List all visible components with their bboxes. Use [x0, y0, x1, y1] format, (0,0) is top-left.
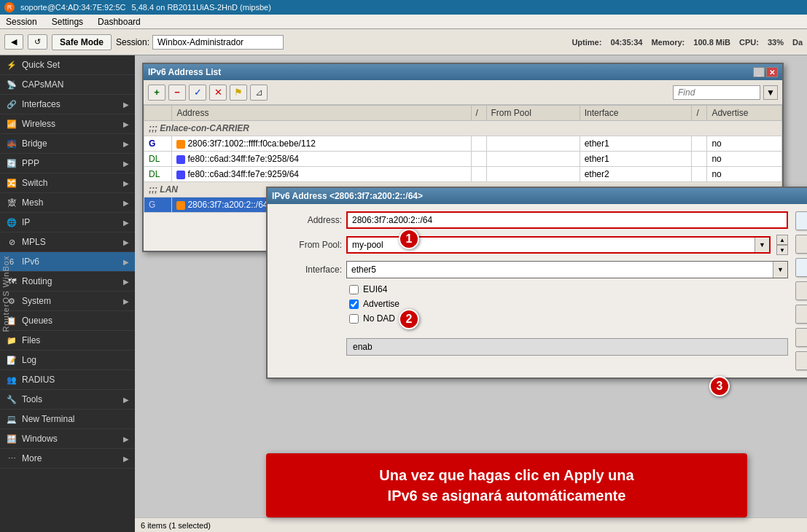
- sidebar-item-bridge[interactable]: 🌉 Bridge ▶: [0, 134, 135, 154]
- disable-address-button[interactable]: ✕: [209, 85, 227, 101]
- bridge-arrow: ▶: [123, 140, 129, 148]
- back-button[interactable]: ◀: [4, 34, 23, 50]
- address-label: Address:: [276, 215, 342, 225]
- sidebar-item-interfaces[interactable]: 🔗 Interfaces ▶: [0, 95, 135, 114]
- address-input[interactable]: [346, 211, 788, 229]
- uptime-label: Uptime:: [572, 38, 601, 47]
- sidebar-item-more[interactable]: ⋯ More ▶: [0, 449, 135, 469]
- ipv6-list-titlebar[interactable]: IPv6 Address List _ ✕: [144, 64, 782, 80]
- ipv6-list-toolbar: + − ✓ ✕ ⚑ ⊿ ▼: [144, 80, 782, 105]
- interface-input[interactable]: [347, 262, 773, 278]
- forward-button[interactable]: ↺: [28, 34, 47, 50]
- comment-button[interactable]: Comment: [795, 305, 807, 324]
- col-from-pool[interactable]: From Pool: [486, 106, 580, 121]
- find-dropdown-button[interactable]: ▼: [763, 85, 778, 100]
- dialog-body: Address: From Pool: ▼ ▲ ▼: [268, 204, 807, 378]
- add-address-button[interactable]: +: [148, 85, 165, 101]
- badge-1: 1: [399, 229, 419, 249]
- banner-line2: IPv6 se asignará automáticamente: [281, 485, 733, 506]
- sidebar-item-windows[interactable]: 🪟 Windows ▶: [0, 429, 135, 449]
- col-interface[interactable]: Interface: [580, 106, 692, 121]
- disable-button[interactable]: Disable: [795, 281, 807, 300]
- sidebar-item-log[interactable]: 📝 Log: [0, 351, 135, 370]
- sidebar-label-queues: Queues: [22, 316, 52, 326]
- table-row[interactable]: DL fe80::c6ad:34ff:fe7e:9259/64 ether2 n…: [144, 167, 782, 182]
- col-advertise[interactable]: Advertise: [707, 106, 782, 121]
- sidebar-label-routing: Routing: [22, 276, 52, 286]
- row-address: fe80::c6ad:34ff:fe7e:9258/64: [172, 152, 471, 167]
- from-pool-dropdown[interactable]: ▼: [755, 238, 769, 252]
- content-area: IPv6 Address List _ ✕ + − ✓ ✕ ⚑ ⊿ ▼: [135, 55, 807, 532]
- winbox-side-label: RouterOS WinBox: [1, 256, 10, 332]
- mesh-arrow: ▶: [123, 199, 129, 207]
- col-address[interactable]: Address: [172, 106, 471, 121]
- cpu-value: 33%: [768, 38, 784, 47]
- from-pool-up[interactable]: ▲: [776, 235, 788, 245]
- sidebar-item-capsman[interactable]: 📡 CAPsMAN: [0, 75, 135, 95]
- remove-button[interactable]: remove: [795, 351, 807, 370]
- sidebar-item-quick-set[interactable]: ⚡ Quick Set: [0, 55, 135, 75]
- from-pool-down[interactable]: ▼: [776, 245, 788, 255]
- toolbar-right: Uptime: 04:35:34 Memory: 100.8 MiB CPU: …: [572, 38, 803, 47]
- no-dad-checkbox[interactable]: [349, 314, 359, 324]
- copy-button[interactable]: Copy: [795, 328, 807, 347]
- sidebar-item-radius[interactable]: 👥 RADIUS: [0, 370, 135, 390]
- interface-dropdown[interactable]: ▼: [773, 262, 787, 278]
- advertise-label: Advertise: [363, 299, 399, 309]
- row-iface: ether1: [580, 152, 692, 167]
- row-advertise: no: [707, 152, 782, 167]
- sidebar-item-tools[interactable]: 🔧 Tools ▶: [0, 390, 135, 410]
- ipv6-list-close[interactable]: ✕: [766, 67, 778, 77]
- advertise-checkbox[interactable]: [349, 300, 359, 309]
- menu-dashboard[interactable]: Dashboard: [95, 16, 144, 28]
- menu-settings[interactable]: Settings: [49, 16, 86, 28]
- find-input[interactable]: [673, 85, 760, 100]
- session-input[interactable]: [152, 35, 284, 50]
- table-row[interactable]: G 2806:3f7:1002::ffff:f0ca:bebe/112 ethe…: [144, 136, 782, 152]
- filter-button[interactable]: ⊿: [250, 85, 268, 101]
- status-text: 6 items (1 selected): [141, 521, 211, 530]
- row-pool: [486, 152, 580, 167]
- from-pool-label: From Pool:: [276, 240, 342, 250]
- enable-address-button[interactable]: ✓: [189, 85, 206, 101]
- sidebar-item-system[interactable]: ⚙ System ▶: [0, 292, 135, 311]
- more-arrow: ▶: [123, 455, 129, 463]
- sidebar-label-more: More: [22, 453, 42, 463]
- enable-display: enab: [346, 338, 788, 356]
- sidebar-item-mesh[interactable]: 🕸 Mesh ▶: [0, 193, 135, 213]
- tools-icon: 🔧: [6, 394, 17, 405]
- sidebar-item-mpls[interactable]: ⊘ MPLS ▶: [0, 232, 135, 252]
- col-flag[interactable]: [144, 106, 172, 121]
- sidebar-item-ipv6[interactable]: 6 IPv6 ▶: [0, 252, 135, 272]
- apply-button[interactable]: Apply: [795, 258, 807, 277]
- ipv6-edit-titlebar[interactable]: IPv6 Address <2806:3f7:a200:2::/64> _ ✕: [268, 188, 807, 204]
- interface-label: Interface:: [276, 265, 342, 275]
- sidebar-item-queues[interactable]: 📋 Queues: [0, 311, 135, 331]
- sidebar-item-switch[interactable]: 🔀 Switch ▶: [0, 173, 135, 193]
- ok-button[interactable]: OK: [795, 211, 807, 230]
- sidebar-label-new-terminal: New Terminal: [22, 414, 74, 424]
- cancel-button[interactable]: Cancel: [795, 235, 807, 254]
- sidebar-item-routing[interactable]: 🗺 Routing ▶: [0, 272, 135, 292]
- flag-address-button[interactable]: ⚑: [230, 85, 247, 101]
- row-sep1: [471, 136, 486, 152]
- sidebar-item-files[interactable]: 📁 Files: [0, 331, 135, 351]
- menu-session[interactable]: Session: [3, 16, 40, 28]
- row-sep2: [692, 136, 707, 152]
- eui64-checkbox[interactable]: [349, 285, 359, 294]
- ipv6-list-minimize[interactable]: _: [753, 67, 765, 77]
- sidebar-item-wireless[interactable]: 📶 Wireless ▶: [0, 114, 135, 134]
- ip-icon: 🌐: [6, 216, 17, 228]
- windows-icon: 🪟: [6, 433, 17, 445]
- sidebar-item-ppp[interactable]: 🔄 PPP ▶: [0, 154, 135, 173]
- table-row[interactable]: DL fe80::c6ad:34ff:fe7e:9258/64 ether1 n…: [144, 152, 782, 167]
- safe-mode-button[interactable]: Safe Mode: [52, 34, 112, 50]
- sidebar-item-new-terminal[interactable]: 💻 New Terminal: [0, 410, 135, 429]
- remove-address-button[interactable]: −: [168, 85, 186, 101]
- badge-3: 3: [709, 376, 730, 396]
- sidebar-label-wireless: Wireless: [22, 119, 55, 129]
- log-icon: 📝: [6, 354, 17, 366]
- da-label: Da: [792, 38, 803, 47]
- row-flag: DL: [144, 152, 172, 167]
- sidebar-item-ip[interactable]: 🌐 IP ▶: [0, 213, 135, 232]
